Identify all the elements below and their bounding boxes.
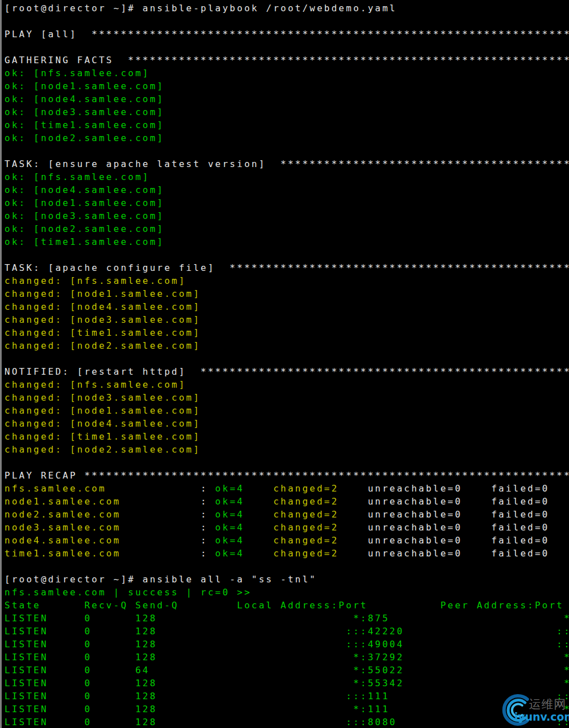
terminal-line: nfs.samlee.com | success | rc=0 >> [5, 586, 569, 599]
terminal-text-segment: changed=2 [274, 548, 339, 559]
terminal-line: NOTIFIED: [restart httpd] **************… [5, 365, 569, 378]
terminal-line: LISTEN 0 128 *:875 *:* [5, 612, 569, 625]
terminal-line: LISTEN 0 128 *:55342 *:* [5, 677, 569, 690]
terminal-text-segment: changed=2 [274, 496, 339, 507]
terminal-line: time1.samlee.com : ok=4 changed=2 unreac… [5, 547, 569, 560]
terminal-line [5, 456, 569, 469]
terminal-text-segment: unreachable=0 failed=0 [339, 548, 550, 559]
terminal-line [5, 248, 569, 261]
terminal-text-segment: time1.samlee.com [5, 548, 121, 559]
terminal-text-segment: ok: [node4.samlee.com] [5, 94, 164, 104]
terminal-line: ok: [node1.samlee.com] [5, 196, 569, 209]
terminal-text-segment [244, 535, 274, 546]
terminal-text-segment: changed: [node3.samlee.com] [5, 314, 201, 325]
terminal-line: PLAY RECAP *****************************… [5, 469, 569, 482]
terminal-text-segment: LISTEN 0 128 *:37292 *:* [5, 652, 569, 663]
terminal-line: node2.samlee.com : ok=4 changed=2 unreac… [5, 508, 569, 521]
terminal-text-segment: ok: [time1.samlee.com] [5, 120, 164, 130]
terminal-text-segment: ok=4 [215, 483, 245, 494]
terminal-text-segment: LISTEN 0 128 *:55342 *:* [5, 678, 569, 688]
terminal-text-segment: node3.samlee.com [5, 522, 121, 533]
terminal-line [5, 144, 569, 157]
terminal-text-segment [244, 483, 274, 494]
terminal-text-segment: LISTEN 0 128 *:111 *:* [5, 704, 569, 714]
terminal-text-segment: ok: [node2.samlee.com] [5, 223, 164, 234]
terminal-text-segment: changed=2 [274, 522, 339, 533]
terminal-text-segment: ok: [node1.samlee.com] [5, 198, 164, 208]
terminal-line: node4.samlee.com : ok=4 changed=2 unreac… [5, 534, 569, 547]
terminal-line: changed: [node4.samlee.com] [5, 417, 569, 430]
terminal-text-segment: changed: [node2.samlee.com] [5, 444, 201, 455]
terminal-text-segment: unreachable=0 failed=0 [339, 509, 550, 520]
terminal-line: TASK: [apache configure file] **********… [5, 261, 569, 274]
terminal-line [5, 352, 569, 365]
terminal-text-segment: changed=2 [274, 509, 339, 520]
terminal-text-segment: changed: [node1.samlee.com] [5, 405, 201, 416]
terminal-text-segment: nfs.samlee.com | success | rc=0 >> [5, 587, 252, 598]
terminal-line: changed: [node1.samlee.com] [5, 287, 569, 300]
terminal-text-segment: TASK: [ensure apache latest version] ***… [5, 159, 569, 169]
terminal-line [5, 41, 569, 54]
terminal-line: ok: [node4.samlee.com] [5, 93, 569, 106]
terminal-text-segment: changed: [time1.samlee.com] [5, 327, 201, 338]
terminal-text-segment: node1.samlee.com [5, 496, 121, 507]
terminal-line: changed: [node2.samlee.com] [5, 339, 569, 352]
terminal-text-segment [244, 496, 274, 507]
terminal-text-segment [244, 509, 274, 520]
terminal-text-segment: ok: [node4.samlee.com] [5, 185, 164, 195]
terminal-line: [root@director ~]# ansible all -a "ss -t… [5, 573, 569, 586]
terminal-text-segment: changed: [node4.samlee.com] [5, 301, 201, 312]
terminal-line: ok: [time1.samlee.com] [5, 235, 569, 248]
terminal-line: ok: [node2.samlee.com] [5, 131, 569, 144]
terminal-text-segment: : [121, 509, 215, 520]
terminal-text-segment: changed: [node2.samlee.com] [5, 340, 201, 351]
terminal-text-segment: changed: [node1.samlee.com] [5, 288, 201, 299]
terminal-text-segment: ok: [node3.samlee.com] [5, 210, 164, 221]
terminal-text-segment: State Recv-Q Send-Q Local Address:Port P… [5, 600, 564, 611]
terminal-text-segment: changed: [time1.samlee.com] [5, 431, 201, 442]
terminal-text-segment: PLAY RECAP *****************************… [5, 470, 569, 481]
terminal-text-segment: PLAY [all] *****************************… [5, 29, 569, 40]
terminal-text-segment: LISTEN 0 128 :::8080 :::* [5, 717, 569, 727]
terminal-line: ok: [node4.samlee.com] [5, 183, 569, 196]
terminal-text-segment: ok: [node2.samlee.com] [5, 133, 164, 143]
terminal-text-segment: LISTEN 0 128 :::42220 :::* [5, 626, 569, 637]
terminal-text-segment: NOTIFIED: [restart httpd] **************… [5, 366, 569, 377]
terminal-text-segment: unreachable=0 failed=0 [339, 535, 550, 546]
terminal-text-segment: ok: [nfs.samlee.com] [5, 68, 150, 78]
terminal-line: ok: [node2.samlee.com] [5, 222, 569, 235]
terminal-line: ok: [node3.samlee.com] [5, 106, 569, 119]
terminal-line: LISTEN 0 64 *:55022 *:* [5, 664, 569, 677]
terminal-text-segment: ok: [node3.samlee.com] [5, 107, 164, 117]
terminal-line [5, 560, 569, 573]
terminal-text-segment: changed=2 [274, 535, 339, 546]
terminal-text-segment: ok: [node1.samlee.com] [5, 81, 164, 91]
terminal-line: LISTEN 0 128 :::8080 :::* [5, 716, 569, 728]
terminal-line [5, 15, 569, 28]
terminal-line: GATHERING FACTS ************************… [5, 54, 569, 67]
terminal-text-segment: [root@director ~]# ansible-playbook /roo… [5, 3, 397, 14]
terminal-line: node3.samlee.com : ok=4 changed=2 unreac… [5, 521, 569, 534]
terminal-line: ok: [node3.samlee.com] [5, 209, 569, 222]
terminal-line: changed: [node4.samlee.com] [5, 300, 569, 313]
terminal-text-segment: nfs.samlee.com [5, 483, 106, 494]
terminal-line: LISTEN 0 128 *:37292 *:* [5, 651, 569, 664]
terminal-text-segment: changed: [nfs.samlee.com] [5, 379, 186, 390]
terminal-text-segment: node4.samlee.com [5, 535, 121, 546]
terminal-line: changed: [nfs.samlee.com] [5, 378, 569, 391]
terminal-line: changed: [time1.samlee.com] [5, 430, 569, 443]
terminal-line: State Recv-Q Send-Q Local Address:Port P… [5, 599, 569, 612]
terminal-line: changed: [time1.samlee.com] [5, 326, 569, 339]
terminal-line: changed: [nfs.samlee.com] [5, 274, 569, 287]
terminal-text-segment: LISTEN 0 128 :::111 :::* [5, 691, 569, 701]
terminal-line: ok: [nfs.samlee.com] [5, 170, 569, 183]
terminal-text-segment: ok=4 [215, 535, 245, 546]
terminal-output[interactable]: [root@director ~]# ansible-playbook /roo… [0, 0, 569, 728]
terminal-line: changed: [node1.samlee.com] [5, 404, 569, 417]
terminal-text-segment: LISTEN 0 128 *:875 *:* [5, 613, 569, 624]
terminal-line: LISTEN 0 128 :::49004 :::* [5, 638, 569, 651]
terminal-text-segment [244, 548, 274, 559]
terminal-line: changed: [node3.samlee.com] [5, 391, 569, 404]
terminal-text-segment: [root@director ~]# ansible all -a "ss -t… [5, 574, 317, 585]
terminal-line: node1.samlee.com : ok=4 changed=2 unreac… [5, 495, 569, 508]
